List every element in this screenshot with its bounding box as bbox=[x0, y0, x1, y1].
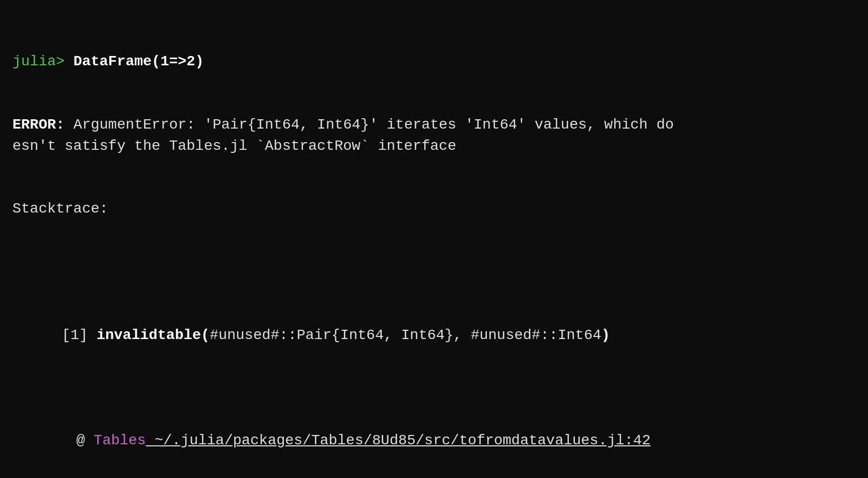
error-label: ERROR: bbox=[12, 117, 65, 133]
frame-1-func: invalidtable( bbox=[96, 327, 209, 343]
terminal-output: julia> DataFrame(1=>2) ERROR: ArgumentEr… bbox=[12, 9, 856, 478]
frame-1-path-line: @ Tables ~/.julia/packages/Tables/8Ud85/… bbox=[12, 409, 856, 472]
frame-1-package: Tables bbox=[94, 432, 146, 448]
error-message: ArgumentError: 'Pair{Int64, Int64}' iter… bbox=[65, 117, 674, 133]
frame-1-path: ~/.julia/packages/Tables/8Ud85/src/tofro… bbox=[146, 432, 651, 448]
stacktrace-label-line: Stacktrace: bbox=[12, 199, 856, 220]
error-line: ERROR: ArgumentError: 'Pair{Int64, Int64… bbox=[12, 115, 856, 136]
command-line: julia> DataFrame(1=>2) bbox=[12, 51, 856, 73]
frame-1-func-line: [1] invalidtable(#unused#::Pair{Int64, I… bbox=[12, 304, 856, 367]
prompt: julia> bbox=[12, 53, 65, 69]
command: DataFrame(1=>2) bbox=[65, 53, 204, 69]
error-continuation: esn't satisfy the Tables.jl `AbstractRow… bbox=[12, 136, 856, 157]
stacktrace-label: Stacktrace: bbox=[12, 201, 108, 217]
